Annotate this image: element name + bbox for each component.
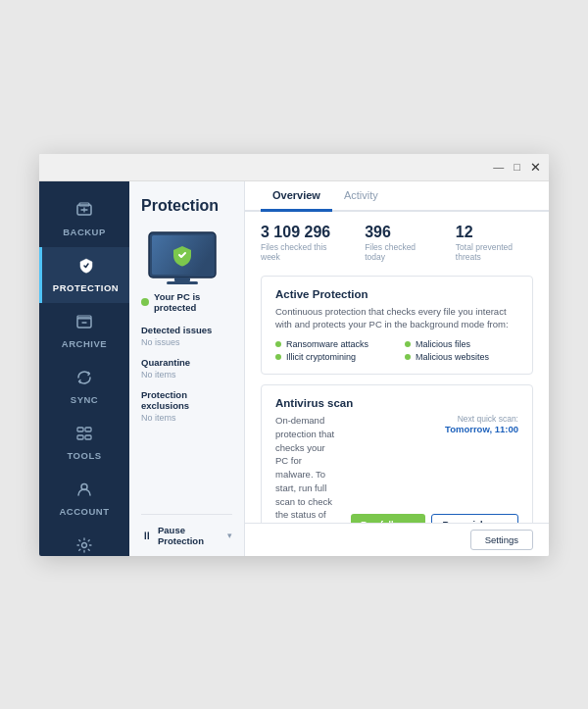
sidebar-item-backup[interactable]: BACKUP xyxy=(39,191,129,247)
pause-label: Pause Protection xyxy=(158,525,221,546)
archive-label: ARCHIVE xyxy=(62,338,107,349)
stats-row: 3 109 296 Files checked this week 396 Fi… xyxy=(261,224,533,262)
feature-ransomware: Ransomware attacks xyxy=(275,339,389,349)
exclusions-section: Protection exclusions No items xyxy=(141,389,232,423)
main-content: Overview Activity 3 109 296 Files checke… xyxy=(245,181,549,556)
tab-overview[interactable]: Overview xyxy=(261,181,332,212)
protection-status: Your PC is protected xyxy=(141,291,232,313)
stat-files-today: 396 Files checked today xyxy=(365,224,432,262)
feature-dot xyxy=(275,354,281,360)
stat-number-threats: 12 xyxy=(456,224,533,241)
active-protection-desc: Continuous protection that checks every … xyxy=(275,305,518,332)
chevron-down-icon: ▾ xyxy=(227,531,232,540)
feature-dot xyxy=(405,354,411,360)
antivirus-scan-card: Antivirus scan On-demand protection that… xyxy=(261,384,533,522)
tabs-bar: Overview Activity xyxy=(245,181,549,212)
main-body: 3 109 296 Files checked this week 396 Fi… xyxy=(245,212,549,523)
sidebar-item-sync[interactable]: SYNC xyxy=(39,359,129,415)
exclusions-title: Protection exclusions xyxy=(141,389,232,411)
feature-malicious-files-label: Malicious files xyxy=(416,339,470,349)
pause-protection-bar[interactable]: ⏸ Pause Protection ▾ xyxy=(141,514,232,556)
status-dot xyxy=(141,298,149,306)
protection-icon xyxy=(77,257,95,279)
left-panel-title: Protection xyxy=(141,197,232,215)
svg-rect-5 xyxy=(85,428,91,431)
stat-number-week: 3 109 296 xyxy=(261,224,341,241)
stat-label-today: Files checked today xyxy=(365,242,432,262)
close-button[interactable]: ✕ xyxy=(530,161,541,174)
feature-cryptomining-label: Illicit cryptomining xyxy=(286,352,356,362)
sidebar-item-tools[interactable]: TooLs xyxy=(39,415,129,471)
next-scan-label: Next quick scan: xyxy=(445,414,518,424)
features-grid: Ransomware attacks Malicious files Illic… xyxy=(275,339,518,362)
tools-icon xyxy=(75,425,93,446)
stat-number-today: 396 xyxy=(365,224,432,241)
sync-label: SYNC xyxy=(71,394,98,405)
sidebar-item-archive[interactable]: ARCHIVE xyxy=(39,303,129,359)
backup-icon xyxy=(75,201,93,223)
stat-label-threats: Total prevented threats xyxy=(456,242,533,262)
minimize-button[interactable]: — xyxy=(493,162,504,173)
archive-icon xyxy=(75,313,93,334)
feature-cryptomining: Illicit cryptomining xyxy=(275,352,389,362)
run-quick-scan-button[interactable]: Run quick scan xyxy=(431,514,518,523)
feature-malicious-websites-label: Malicious websites xyxy=(416,352,489,362)
scan-buttons: Run full scan Run quick scan xyxy=(351,514,518,523)
status-text: Your PC is protected xyxy=(154,291,232,313)
next-scan-info: Next quick scan: Tomorrow, 11:00 xyxy=(445,414,518,434)
protection-label: PROTECTION xyxy=(53,282,119,293)
exclusions-sub: No items xyxy=(141,413,232,423)
svg-rect-7 xyxy=(85,435,91,439)
feature-ransomware-label: Ransomware attacks xyxy=(286,339,368,349)
svg-point-9 xyxy=(82,542,87,547)
account-icon xyxy=(75,481,93,502)
svg-rect-16 xyxy=(167,281,198,284)
antivirus-card-inner: On-demand protection that checks your PC… xyxy=(275,414,518,522)
window-controls[interactable]: — □ ✕ xyxy=(493,161,541,174)
active-protection-card: Active Protection Continuous protection … xyxy=(261,276,533,376)
stat-threats: 12 Total prevented threats xyxy=(456,224,533,262)
stat-files-week: 3 109 296 Files checked this week xyxy=(261,224,341,262)
settings-icon xyxy=(75,536,93,556)
run-full-scan-button[interactable]: Run full scan xyxy=(351,514,426,523)
antivirus-scan-desc: On-demand protection that checks your PC… xyxy=(275,414,339,522)
feature-dot xyxy=(275,341,281,347)
monitor-illustration xyxy=(141,228,223,291)
feature-dot xyxy=(405,341,411,347)
tools-label: TooLs xyxy=(67,450,101,461)
quarantine-title: Quarantine xyxy=(141,357,232,368)
maximize-button[interactable]: □ xyxy=(514,162,520,173)
detected-issues-sub: No issues xyxy=(141,337,232,347)
tab-activity[interactable]: Activity xyxy=(332,181,390,212)
account-label: ACCOUNT xyxy=(60,506,110,517)
backup-label: BACKUP xyxy=(63,227,106,237)
sidebar-item-settings[interactable]: SETTINGS xyxy=(39,527,129,556)
next-scan-value: Tomorrow, 11:00 xyxy=(445,424,518,434)
feature-malicious-websites: Malicious websites xyxy=(405,352,518,362)
antivirus-right: Next quick scan: Tomorrow, 11:00 Run ful… xyxy=(351,414,518,522)
antivirus-scan-title: Antivirus scan xyxy=(275,397,518,409)
detected-issues-title: Detected issues xyxy=(141,325,232,335)
svg-rect-6 xyxy=(77,435,83,439)
left-panel: Protection xyxy=(129,181,245,556)
sync-icon xyxy=(75,369,93,390)
quarantine-section: Quarantine No items xyxy=(141,357,232,380)
quarantine-sub: No items xyxy=(141,370,232,380)
svg-rect-15 xyxy=(174,278,190,281)
sidebar-item-account[interactable]: ACCOUNT xyxy=(39,471,129,527)
main-footer: Settings xyxy=(245,523,549,556)
active-protection-title: Active Protection xyxy=(275,288,518,300)
stat-label-week: Files checked this week xyxy=(261,242,341,262)
settings-button[interactable]: Settings xyxy=(470,530,533,550)
pause-icon: ⏸ xyxy=(141,530,152,541)
antivirus-left: On-demand protection that checks your PC… xyxy=(275,414,339,522)
detected-issues-section: Detected issues No issues xyxy=(141,325,232,347)
svg-rect-4 xyxy=(77,428,83,431)
sidebar-item-protection[interactable]: PROTECTION xyxy=(39,247,129,303)
feature-malicious-files: Malicious files xyxy=(405,339,518,349)
title-bar: — □ ✕ xyxy=(39,154,549,181)
sidebar: BACKUP PROTECTION xyxy=(39,181,129,556)
